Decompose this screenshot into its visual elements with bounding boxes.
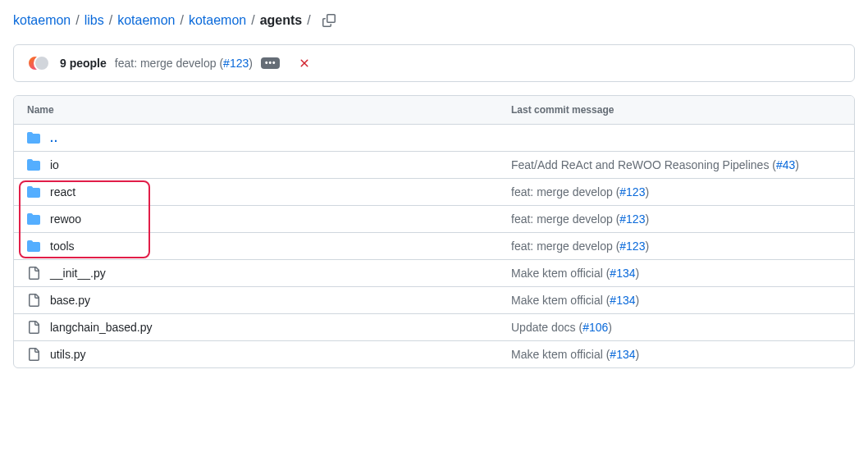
folder-icon xyxy=(27,240,40,253)
file-row: langchain_based.pyUpdate docs (#106) xyxy=(14,314,854,341)
breadcrumb-link[interactable]: kotaemon xyxy=(189,13,246,28)
contributor-avatars[interactable] xyxy=(27,55,52,71)
file-row: base.pyMake ktem official (#134) xyxy=(14,287,854,314)
breadcrumb-separator: / xyxy=(109,13,112,28)
commit-message-cell[interactable]: feat: merge develop (#123) xyxy=(511,240,841,253)
commit-message-cell[interactable]: feat: merge develop (#123) xyxy=(511,212,841,226)
header-last-commit[interactable]: Last commit message xyxy=(511,104,841,116)
entry-name-link[interactable]: tools xyxy=(50,240,75,253)
entry-name-link[interactable]: langchain_based.py xyxy=(50,321,153,334)
avatar xyxy=(34,55,50,71)
close-paren: ) xyxy=(645,240,649,253)
file-icon xyxy=(27,348,40,361)
parent-link[interactable]: .. xyxy=(50,131,58,144)
directory-row: toolsfeat: merge develop (#123) xyxy=(14,233,854,260)
file-icon xyxy=(27,267,40,280)
close-paren: ) xyxy=(636,267,640,280)
file-icon xyxy=(27,294,40,307)
close-paren: ) xyxy=(645,185,649,198)
pr-link[interactable]: #123 xyxy=(619,240,645,253)
entry-name-link[interactable]: react xyxy=(50,185,75,198)
entry-name-link[interactable]: __init__.py xyxy=(50,267,106,280)
pr-link[interactable]: #134 xyxy=(610,267,635,280)
close-paren: ) xyxy=(636,348,640,361)
breadcrumb-link[interactable]: kotaemon xyxy=(13,13,71,28)
header-name[interactable]: Name xyxy=(27,104,511,116)
pr-link[interactable]: #134 xyxy=(610,348,635,361)
folder-icon xyxy=(27,158,40,171)
pr-link[interactable]: #106 xyxy=(582,321,608,334)
close-paren: ) xyxy=(608,321,612,334)
commit-message-cell[interactable]: Feat/Add ReAct and ReWOO Reasoning Pipel… xyxy=(511,158,841,171)
contributors-count[interactable]: 9 people xyxy=(60,57,107,70)
folder-icon xyxy=(27,185,40,198)
commit-message-cell[interactable]: Make ktem official (#134) xyxy=(511,267,841,280)
close-paren: ) xyxy=(636,294,640,307)
breadcrumb-separator: / xyxy=(75,13,79,28)
commit-message-text: feat: merge develop ( xyxy=(115,57,223,70)
directory-row: reactfeat: merge develop (#123) xyxy=(14,179,854,206)
commit-text: feat: merge develop ( xyxy=(511,185,619,198)
folder-icon xyxy=(27,212,40,226)
directory-row: ioFeat/Add ReAct and ReWOO Reasoning Pip… xyxy=(14,152,854,179)
breadcrumb-link[interactable]: kotaemon xyxy=(117,13,175,28)
status-x-icon[interactable] xyxy=(298,57,311,70)
breadcrumb-separator: / xyxy=(180,13,183,28)
pr-link[interactable]: #134 xyxy=(610,294,635,307)
pr-link[interactable]: #123 xyxy=(619,212,645,226)
breadcrumb: kotaemon / libs / kotaemon / kotaemon / … xyxy=(13,13,855,28)
ellipsis-icon[interactable]: ••• xyxy=(261,57,281,69)
commit-text: feat: merge develop ( xyxy=(511,212,619,226)
close-paren: ) xyxy=(795,158,799,171)
parent-directory-row[interactable]: .. xyxy=(14,125,854,152)
commit-text: Make ktem official ( xyxy=(511,294,610,307)
pr-link[interactable]: #123 xyxy=(619,185,645,198)
close-paren: ) xyxy=(249,57,253,70)
folder-icon xyxy=(27,131,40,144)
latest-commit-bar: 9 people feat: merge develop (#123) ••• xyxy=(13,44,855,82)
commit-text: Feat/Add ReAct and ReWOO Reasoning Pipel… xyxy=(511,158,776,171)
commit-text: feat: merge develop ( xyxy=(511,240,619,253)
commit-text: Make ktem official ( xyxy=(511,267,610,280)
entry-name-link[interactable]: utils.py xyxy=(50,348,86,361)
commit-message-cell[interactable]: feat: merge develop (#123) xyxy=(511,185,841,198)
entry-name-link[interactable]: base.py xyxy=(50,294,90,307)
entry-name-link[interactable]: rewoo xyxy=(50,212,81,226)
directory-row: rewoofeat: merge develop (#123) xyxy=(14,206,854,233)
pr-link[interactable]: #123 xyxy=(223,57,249,70)
breadcrumb-separator: / xyxy=(251,13,254,28)
breadcrumb-link[interactable]: libs xyxy=(85,13,104,28)
pr-link[interactable]: #43 xyxy=(776,158,795,171)
entry-name-link[interactable]: io xyxy=(50,158,59,171)
file-list: Name Last commit message ..ioFeat/Add Re… xyxy=(13,95,855,368)
file-row: utils.pyMake ktem official (#134) xyxy=(14,341,854,367)
file-row: __init__.pyMake ktem official (#134) xyxy=(14,260,854,287)
commit-text: Update docs ( xyxy=(511,321,582,334)
close-paren: ) xyxy=(645,212,649,226)
commit-message-cell[interactable]: Make ktem official (#134) xyxy=(511,348,841,361)
file-icon xyxy=(27,321,40,334)
commit-message[interactable]: feat: merge develop (#123) xyxy=(115,57,253,70)
breadcrumb-separator: / xyxy=(307,13,310,28)
copy-path-icon[interactable] xyxy=(322,14,336,27)
breadcrumb-current: agents xyxy=(260,13,303,28)
file-list-header: Name Last commit message xyxy=(14,96,854,125)
commit-message-cell[interactable]: Update docs (#106) xyxy=(511,321,841,334)
commit-message-cell[interactable]: Make ktem official (#134) xyxy=(511,294,841,307)
commit-text: Make ktem official ( xyxy=(511,348,610,361)
